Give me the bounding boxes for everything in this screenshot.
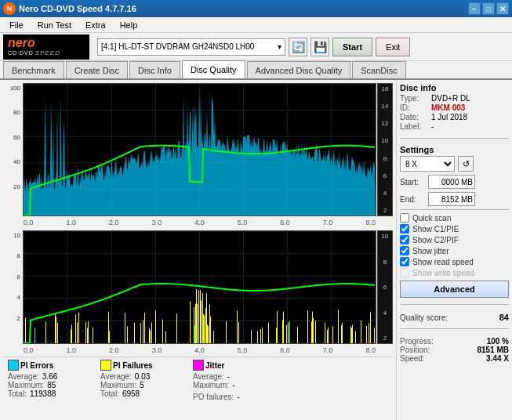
pi-errors-title: PI Errors — [20, 361, 53, 370]
bottom-chart-canvas — [24, 231, 376, 343]
y-left-80: 80 — [3, 109, 20, 116]
speed-row: 8 X ↺ — [400, 156, 509, 172]
tab-scandisc[interactable]: ScanDisc — [352, 61, 405, 78]
speed-value: 3.44 X — [486, 354, 509, 363]
show-write-speed-checkbox — [400, 268, 409, 277]
chart-area: 100 80 60 40 20 0 16 14 12 10 8 6 4 2 — [0, 80, 396, 420]
refresh-icon-button[interactable]: 🔄 — [289, 38, 307, 56]
jitter-color — [193, 360, 204, 371]
po-failures-row: PO failures: - — [193, 393, 279, 401]
top-x-axis: 0.01.02.03.04.05.06.07.08.0 — [3, 218, 393, 227]
end-row: End: — [400, 192, 509, 206]
y-right-14: 14 — [378, 103, 392, 110]
progress-value: 100 % — [487, 337, 509, 346]
stats-area: PI Errors Average: 3.66 Maximum: 85 Tota… — [3, 357, 393, 404]
y-right-b-2: 2 — [378, 335, 392, 342]
minimize-button[interactable]: − — [468, 2, 481, 15]
quality-score-label: Quality score: — [400, 313, 448, 322]
menu-extra[interactable]: Extra — [79, 19, 112, 31]
save-icon-button[interactable]: 💾 — [310, 38, 329, 56]
pi-failures-total-row: Total: 6958 — [100, 389, 187, 398]
disc-type-value: DVD+R DL — [431, 94, 470, 103]
jitter-avg-row: Average: - — [193, 372, 279, 381]
show-c1pie-label[interactable]: Show C1/PIE — [412, 225, 459, 234]
show-c2pif-row: Show C2/PIF — [400, 235, 509, 244]
y-right-10: 10 — [378, 137, 392, 144]
tab-bar: Benchmark Create Disc Disc Info Disc Qua… — [0, 61, 512, 80]
jitter-max-row: Maximum: - — [193, 381, 279, 389]
window-title: Nero CD-DVD Speed 4.7.7.16 — [19, 4, 136, 13]
quality-score-row: Quality score: 84 — [400, 313, 509, 322]
jitter-title: Jitter — [205, 361, 224, 370]
y-left-20: 20 — [3, 183, 20, 190]
pi-failures-stat: PI Failures Average: 0.03 Maximum: 5 Tot… — [100, 360, 187, 401]
settings-section: Settings 8 X ↺ Start: End: Quick scan — [400, 145, 509, 298]
disc-info-title: Disc info — [400, 83, 509, 92]
disc-date-row: Date: 1 Jul 2018 — [400, 113, 509, 121]
y-left-60: 60 — [3, 134, 20, 141]
y-right-4: 4 — [378, 190, 392, 197]
show-read-speed-row: Show read speed — [400, 257, 509, 266]
speed-refresh-button[interactable]: ↺ — [458, 156, 474, 172]
quick-scan-row: Quick scan — [400, 213, 509, 223]
drive-selector[interactable]: [4:1] HL-DT-ST DVDRAM GH24NSD0 LH00 ▾ — [97, 38, 285, 56]
show-c2pif-checkbox[interactable] — [400, 235, 409, 244]
y-left-b-4: 4 — [3, 294, 20, 301]
show-read-speed-checkbox[interactable] — [400, 257, 409, 266]
show-c1pie-row: Show C1/PIE — [400, 224, 509, 234]
tab-disc-quality[interactable]: Disc Quality — [182, 60, 245, 78]
start-button[interactable]: Start — [332, 38, 372, 56]
menu-run-test[interactable]: Run Test — [31, 19, 78, 31]
y-left-b-6: 6 — [3, 273, 20, 281]
exit-button[interactable]: Exit — [376, 38, 410, 56]
show-write-speed-row: Show write speed — [400, 268, 509, 277]
y-left-100: 100 — [3, 85, 20, 92]
top-chart-canvas — [24, 84, 376, 215]
tab-disc-info[interactable]: Disc Info — [129, 61, 180, 78]
app-icon: N — [3, 2, 16, 15]
show-jitter-checkbox[interactable] — [400, 246, 409, 255]
quick-scan-checkbox[interactable] — [400, 213, 409, 223]
disc-date-value: 1 Jul 2018 — [431, 113, 467, 121]
tab-create-disc[interactable]: Create Disc — [66, 61, 128, 78]
pi-errors-total-row: Total: 119388 — [8, 389, 94, 398]
show-c2pif-label[interactable]: Show C2/PIF — [412, 236, 459, 244]
disc-info-section: Disc info Type: DVD+R DL ID: MKM 003 Dat… — [400, 83, 509, 132]
quick-scan-label[interactable]: Quick scan — [412, 214, 451, 223]
y-left-40: 40 — [3, 158, 20, 165]
title-bar: N Nero CD-DVD Speed 4.7.7.16 − □ ✕ — [0, 0, 512, 17]
disc-label-value: - — [431, 122, 434, 131]
pi-failures-avg-row: Average: 0.03 — [100, 372, 187, 381]
advanced-button[interactable]: Advanced — [400, 281, 509, 298]
start-input[interactable] — [428, 175, 475, 189]
y-right-b-4: 4 — [378, 310, 392, 317]
pi-errors-max-row: Maximum: 85 — [8, 381, 94, 389]
show-jitter-row: Show jitter — [400, 246, 509, 255]
right-panel: Disc info Type: DVD+R DL ID: MKM 003 Dat… — [396, 80, 512, 420]
show-read-speed-label[interactable]: Show read speed — [412, 258, 474, 266]
progress-section: Progress: 100 % Position: 8151 MB Speed:… — [400, 337, 509, 363]
menu-help[interactable]: Help — [114, 19, 144, 31]
menu-file[interactable]: File — [3, 19, 30, 31]
y-right-b-6: 6 — [378, 284, 392, 291]
y-right-16: 16 — [378, 85, 392, 92]
pi-failures-title: PI Failures — [113, 361, 153, 370]
close-button[interactable]: ✕ — [496, 2, 509, 15]
pi-errors-color — [8, 360, 19, 371]
show-jitter-label[interactable]: Show jitter — [412, 247, 449, 255]
tab-advanced-disc-quality[interactable]: Advanced Disc Quality — [247, 61, 351, 78]
tab-benchmark[interactable]: Benchmark — [3, 61, 64, 78]
show-c1pie-checkbox[interactable] — [400, 224, 409, 234]
app-logo: nero CD·DVDSPEED — [3, 34, 89, 60]
maximize-button[interactable]: □ — [482, 2, 495, 15]
menu-bar: File Run Test Extra Help — [0, 17, 512, 33]
main-content: 100 80 60 40 20 0 16 14 12 10 8 6 4 2 — [0, 80, 512, 420]
position-row: Position: 8151 MB — [400, 346, 509, 354]
end-input[interactable] — [428, 192, 475, 206]
progress-row: Progress: 100 % — [400, 337, 509, 346]
position-value: 8151 MB — [477, 346, 509, 354]
settings-title: Settings — [400, 145, 509, 154]
window-controls: − □ ✕ — [468, 2, 509, 15]
speed-select[interactable]: 8 X — [400, 156, 455, 172]
pi-errors-avg-row: Average: 3.66 — [8, 372, 94, 381]
